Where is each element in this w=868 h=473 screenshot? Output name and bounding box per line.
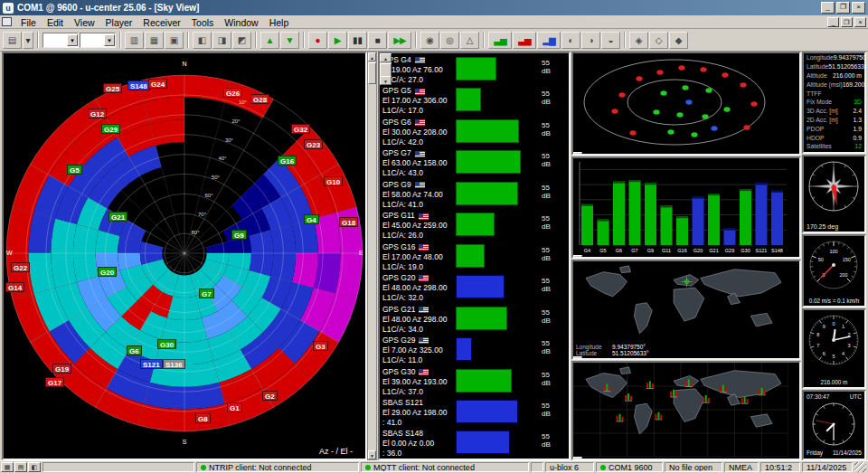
- menu-edit[interactable]: Edit: [42, 17, 69, 28]
- port-combo[interactable]: ▾: [42, 33, 79, 48]
- us-flag-icon: [415, 151, 425, 157]
- configuration-view[interactable]: △: [460, 32, 479, 49]
- world-position-map-panel: Longitude9.94379750°Latitude51.51205633°…: [571, 260, 801, 360]
- sky-view-scrollbar[interactable]: ▲▼: [367, 52, 377, 460]
- menu-help[interactable]: Help: [264, 17, 295, 28]
- connection-status[interactable]: ◉: [420, 32, 439, 49]
- scroll-up-button[interactable]: ▲: [573, 152, 582, 156]
- satellite-row[interactable]: GPS G6El 30.00 Az 208.00L1C/A: 42.055dB: [380, 116, 557, 147]
- child-minimize-button[interactable]: _: [827, 17, 839, 27]
- status-text: COM1 9600: [609, 463, 653, 472]
- scroll-up-button[interactable]: ▲: [380, 53, 392, 62]
- menu-player[interactable]: Player: [100, 17, 138, 28]
- map-view-button[interactable]: ◈: [629, 32, 648, 49]
- toolbar-separator: [483, 32, 485, 48]
- text-view-button[interactable]: ◆: [669, 32, 688, 49]
- sky-view-canvas[interactable]: 80°70°60°50°40°30°20°10°NESW: [4, 53, 365, 459]
- save-log[interactable]: ▦: [145, 32, 164, 49]
- menu-window[interactable]: Window: [219, 17, 263, 28]
- chevron-down-icon[interactable]: ▾: [67, 34, 78, 46]
- stop-button[interactable]: ■: [368, 32, 387, 49]
- scroll-up-button[interactable]: ▲: [573, 356, 582, 360]
- sat-elevation-azimuth: El 0.00 Az 0.00: [382, 439, 434, 448]
- menubar: FileEditViewPlayerReceiverToolsWindowHel…: [0, 15, 868, 29]
- menu-tools[interactable]: Tools: [186, 17, 220, 28]
- fast-forward-button[interactable]: ▶▶: [388, 32, 411, 49]
- toolbar-separator: [255, 32, 257, 48]
- us-flag-icon: [419, 307, 429, 313]
- status-tool-icon[interactable]: ▦: [1, 462, 14, 472]
- scroll-down-button[interactable]: ▼: [368, 450, 376, 459]
- status-tool-icon[interactable]: ▤: [14, 462, 27, 472]
- menu-receiver[interactable]: Receiver: [137, 17, 185, 28]
- chevron-down-icon[interactable]: ▾: [104, 34, 115, 46]
- resize-grip[interactable]: [854, 462, 866, 472]
- scroll-down-button[interactable]: ▼: [380, 76, 392, 85]
- statistics-view[interactable]: ▃▅: [488, 32, 512, 49]
- menu-view[interactable]: View: [69, 17, 100, 28]
- satellite-row[interactable]: GPS G7El 63.00 Az 158.00L1C/A: 43.055dB: [380, 147, 557, 177]
- svg-text:G4: G4: [584, 248, 590, 253]
- compass-view-button[interactable]: ◑: [581, 32, 600, 49]
- play-button[interactable]: ▶: [328, 32, 347, 49]
- panel-scrollbar[interactable]: ▲▼: [573, 255, 582, 259]
- child-close-button[interactable]: ×: [854, 17, 866, 27]
- panel-scrollbar[interactable]: ▲▼: [573, 356, 582, 360]
- sat-elevation-azimuth: El 29.00 Az 198.00: [382, 408, 447, 417]
- satellite-row[interactable]: SBAS S148El 0.00 Az 0.00: 36.055dB: [380, 427, 557, 458]
- histogram-view[interactable]: ▃▅: [513, 32, 536, 49]
- satellite-list-scrollbar[interactable]: ▲▼: [380, 53, 392, 85]
- signal-bar: [456, 182, 518, 205]
- scroll-thumb[interactable]: [368, 62, 376, 84]
- panel-scrollbar[interactable]: ▲▼: [573, 152, 582, 156]
- table-view-button[interactable]: ◇: [649, 32, 668, 49]
- messages-view[interactable]: ◎: [440, 32, 459, 49]
- dock-left-view[interactable]: ◧: [193, 32, 212, 49]
- signal-bar: [456, 307, 507, 330]
- svg-text:G16: G16: [677, 248, 686, 253]
- record-button[interactable]: ●: [308, 32, 327, 49]
- satellite-row[interactable]: SBAS S121El 29.00 Az 198.00: 41.055dB: [380, 396, 557, 427]
- open-log[interactable]: ▥: [125, 32, 144, 49]
- satellite-row[interactable]: GPS G5El 17.00 Az 306.00L1C/A: 17.055dB: [380, 84, 557, 115]
- status-text: MQTT client: Not connected: [373, 463, 475, 472]
- svg-text:G30: G30: [741, 248, 750, 253]
- satellite-row[interactable]: GPS G9El 58.00 Az 74.00L1C/A: 41.055dB: [380, 178, 557, 209]
- close-button[interactable]: ×: [852, 2, 865, 14]
- scroll-up-button[interactable]: ▲: [368, 52, 376, 61]
- menu-file[interactable]: File: [15, 17, 42, 28]
- pause-button[interactable]: ▮▮: [348, 32, 367, 49]
- data-label: HDOP: [807, 135, 825, 141]
- file-menu[interactable]: ▾: [23, 32, 33, 49]
- scroll-up-button[interactable]: ▲: [573, 255, 582, 259]
- dock-right-view[interactable]: ◨: [212, 32, 231, 49]
- satellite-row[interactable]: GPS G30El 39.00 Az 193.00L1C/A: 37.055dB: [380, 365, 557, 396]
- satellite-row[interactable]: GPS G16El 17.00 Az 48.00L1C/A: 19.055dB: [380, 241, 557, 271]
- deviation-map-view[interactable]: ▂▆: [537, 32, 561, 49]
- print[interactable]: ▣: [165, 32, 184, 49]
- satellite-row[interactable]: GPS G4El 19.00 Az 76.00L1C/A: 27.055dB: [380, 53, 557, 84]
- new-file[interactable]: ▤: [3, 32, 22, 49]
- satellite-row[interactable]: GPS G20El 48.00 Az 298.00L1C/A: 32.055dB: [380, 271, 557, 302]
- minimize-button[interactable]: _: [821, 2, 835, 14]
- clock-view-button[interactable]: ◒: [601, 32, 620, 49]
- sky-view-panel[interactable]: 80°70°60°50°40°30°20°10°NESW G25S148G24G…: [2, 52, 367, 460]
- send-to-receiver[interactable]: ▲: [260, 32, 279, 49]
- sky-view-button[interactable]: ◐: [561, 32, 580, 49]
- status-tool-icon[interactable]: ◧: [28, 462, 41, 472]
- clock-day: Friday: [807, 449, 823, 456]
- compass-gauge: [804, 156, 863, 220]
- child-restore-button[interactable]: ❐: [841, 17, 853, 27]
- satellite-row[interactable]: GPS G29El 7.00 Az 325.00L1C/A: 11.055dB: [380, 334, 557, 364]
- svg-text:N: N: [182, 61, 186, 67]
- poll-from-receiver[interactable]: ▼: [280, 32, 299, 49]
- altitude-readout: 216.000 m: [804, 379, 864, 385]
- split-view[interactable]: ◩: [232, 32, 251, 49]
- satellite-row[interactable]: GPS G21El 48.00 Az 298.00L1C/A: 34.055dB: [380, 303, 557, 334]
- data-value: 51.51205633°: [828, 63, 866, 70]
- satellite-row[interactable]: GPS G11El 45.00 Az 259.00L1C/A: 26.055dB: [380, 209, 557, 240]
- restore-button[interactable]: ❐: [836, 2, 850, 14]
- svg-text:G9: G9: [647, 248, 654, 253]
- us-flag-icon: [419, 244, 429, 251]
- baud-combo[interactable]: ▾: [80, 33, 116, 48]
